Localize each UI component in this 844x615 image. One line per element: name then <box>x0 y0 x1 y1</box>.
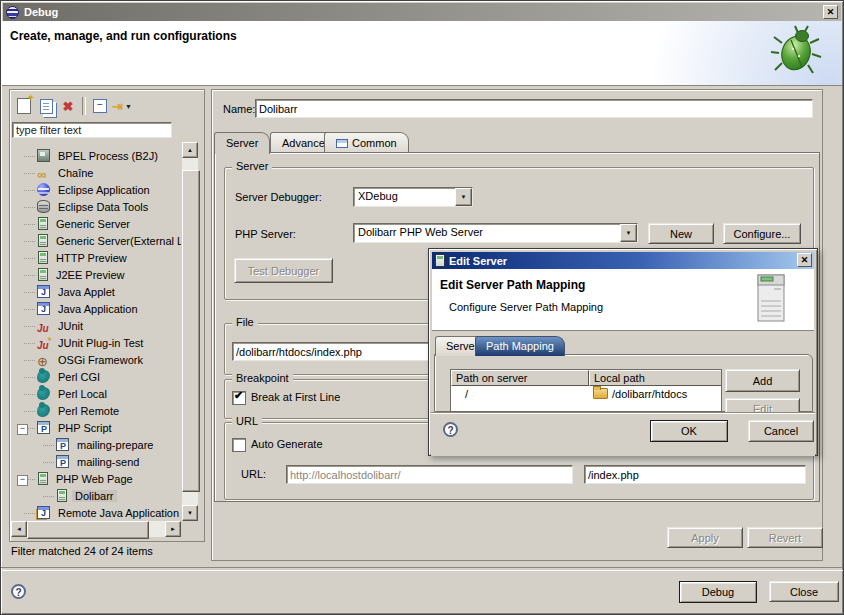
url-group-legend: URL <box>232 415 262 427</box>
folder-icon <box>593 388 608 399</box>
configure-server-button[interactable]: Configure... <box>723 223 801 244</box>
tree-item-http-preview[interactable]: HTTP Preview <box>11 250 181 267</box>
footer-separator <box>1 567 844 571</box>
tree-item-label: OSGi Framework <box>55 354 146 366</box>
revert-button[interactable]: Revert <box>747 527 823 548</box>
tree-item-label: Generic Server(External La <box>53 235 181 247</box>
break-first-line-label: Break at First Line <box>251 391 340 403</box>
delete-configuration-button[interactable]: ✖ <box>57 96 79 117</box>
tree-item-generic-server-external-la[interactable]: Generic Server(External La <box>11 233 181 250</box>
tree-item-mailing-send[interactable]: mailing-send <box>11 454 181 471</box>
tree-item-eclipse-data-tools[interactable]: Eclipse Data Tools <box>11 199 181 216</box>
tree-vscroll-thumb[interactable] <box>182 170 200 492</box>
tree-item-label: mailing-prepare <box>74 439 156 451</box>
dialog-close-icon[interactable]: ✕ <box>797 253 812 267</box>
tree-item-label: Java Application <box>55 303 141 315</box>
tree-item-label: Remote Java Application <box>55 507 181 519</box>
perl-icon <box>37 370 50 383</box>
php-server-dropdown-icon[interactable]: ▼ <box>620 224 637 242</box>
tree-item-label: J2EE Preview <box>53 269 127 281</box>
tree-item-remote-java-application[interactable]: Remote Java Application <box>11 505 181 521</box>
tree-scroll-right-icon[interactable]: ► <box>165 521 181 537</box>
tab-server-label: Server <box>226 137 258 149</box>
filter-input[interactable] <box>12 122 172 138</box>
tab-server[interactable]: Server <box>214 132 270 154</box>
tree-item-perl-local[interactable]: Perl Local <box>11 386 181 403</box>
eclipse-app-icon <box>6 6 19 19</box>
server-debugger-combo[interactable]: XDebug ▼ <box>353 187 473 207</box>
close-button[interactable]: Close <box>769 581 839 602</box>
collapse-toggle-icon[interactable]: − <box>17 424 28 435</box>
junit-plugin-icon <box>37 337 50 350</box>
ok-button[interactable]: OK <box>650 420 728 442</box>
test-debugger-button[interactable]: Test Debugger <box>234 258 333 283</box>
tree-scroll-up-icon[interactable]: ▲ <box>182 142 198 158</box>
tree-item-perl-cgi[interactable]: Perl CGI <box>11 369 181 386</box>
cancel-button[interactable]: Cancel <box>748 420 814 442</box>
tree-item-java-application[interactable]: Java Application <box>11 301 181 318</box>
tree-item-label: Perl Remote <box>55 405 122 417</box>
tree-item-cha-ne[interactable]: Chaîne <box>11 165 181 182</box>
dialog-help-icon[interactable]: ? <box>443 422 458 437</box>
dialog-tab-path-mapping[interactable]: Path Mapping <box>475 336 565 356</box>
tree-item-junit[interactable]: JUnit <box>11 318 181 335</box>
tree-item-php-web-page[interactable]: −PHP Web Page <box>11 471 181 488</box>
tab-common[interactable]: Common <box>324 132 409 153</box>
server-debugger-dropdown-icon[interactable]: ▼ <box>455 188 472 206</box>
server-icon <box>38 472 48 485</box>
filter-menu-caret-icon: ▼ <box>125 103 132 110</box>
help-icon[interactable]: ? <box>11 584 26 599</box>
cell-local-path[interactable]: /dolibarr/htdocs <box>589 387 722 403</box>
server-icon <box>38 217 48 230</box>
path-mapping-table[interactable]: Path on server Local path //dolibarr/htd… <box>450 369 722 412</box>
perl-icon <box>37 387 50 400</box>
tree-item-label: Dolibarr <box>72 490 117 502</box>
add-mapping-button[interactable]: Add <box>725 369 800 392</box>
collapse-toggle-icon[interactable]: − <box>17 475 28 486</box>
column-header-path-on-server[interactable]: Path on server <box>451 370 589 386</box>
window-titlebar[interactable]: Debug ✕ <box>3 3 841 21</box>
tree-item-label: Java Applet <box>55 286 118 298</box>
tree-item-eclipse-application[interactable]: Eclipse Application <box>11 182 181 199</box>
tree-item-label: BPEL Process (B2J) <box>55 150 161 162</box>
duplicate-configuration-button[interactable] <box>35 96 57 117</box>
apply-button[interactable]: Apply <box>667 527 743 548</box>
configurations-sidebar: ✖ − ⇥▼ BPEL Process (B2J)ChaîneEclipse A… <box>9 89 205 542</box>
tree-item-label: PHP Script <box>55 422 115 434</box>
tree-item-j2ee-preview[interactable]: J2EE Preview <box>11 267 181 284</box>
tree-item-label: Perl CGI <box>55 371 103 383</box>
debug-button[interactable]: Debug <box>679 581 757 603</box>
cell-path-on-server[interactable]: / <box>451 387 589 403</box>
new-server-button[interactable]: New <box>648 223 714 244</box>
tree-item-junit-plug-in-test[interactable]: JUnit Plug-in Test <box>11 335 181 352</box>
osgi-icon <box>37 354 50 367</box>
tree-hscroll-thumb[interactable] <box>27 521 149 539</box>
new-configuration-button[interactable] <box>13 96 35 117</box>
tree-scroll-down-icon[interactable]: ▼ <box>182 505 198 521</box>
dialog-titlebar[interactable]: Edit Server ✕ <box>432 252 814 269</box>
column-header-local-path[interactable]: Local path <box>589 370 722 386</box>
window-close-icon[interactable]: ✕ <box>823 5 838 19</box>
duplicate-icon <box>40 99 53 114</box>
collapse-all-button[interactable]: − <box>89 96 111 117</box>
tree-item-java-applet[interactable]: Java Applet <box>11 284 181 301</box>
tree-item-generic-server[interactable]: Generic Server <box>11 216 181 233</box>
tree-scroll-left-icon[interactable]: ◄ <box>11 521 27 537</box>
tree-item-bpel-process-b2j[interactable]: BPEL Process (B2J) <box>11 148 181 165</box>
server-icon <box>38 251 48 264</box>
tree-item-php-script[interactable]: −PHP Script <box>11 420 181 437</box>
auto-generate-checkbox[interactable]: ✔ <box>232 438 246 452</box>
break-first-line-checkbox[interactable]: ✔ <box>232 391 246 405</box>
tree-item-dolibarr[interactable]: Dolibarr <box>11 488 181 505</box>
tree-item-perl-remote[interactable]: Perl Remote <box>11 403 181 420</box>
filter-configurations-button[interactable]: ⇥▼ <box>111 96 133 117</box>
url-path-input[interactable] <box>584 465 806 484</box>
tree-item-osgi-framework[interactable]: OSGi Framework <box>11 352 181 369</box>
name-input[interactable] <box>255 99 813 118</box>
tree-item-label: Eclipse Data Tools <box>55 201 151 213</box>
url-base-input[interactable] <box>286 465 573 484</box>
php-server-combo[interactable]: Dolibarr PHP Web Server ▼ <box>353 223 638 243</box>
database-icon <box>37 200 50 213</box>
php-icon <box>37 421 50 434</box>
tree-item-mailing-prepare[interactable]: mailing-prepare <box>11 437 181 454</box>
